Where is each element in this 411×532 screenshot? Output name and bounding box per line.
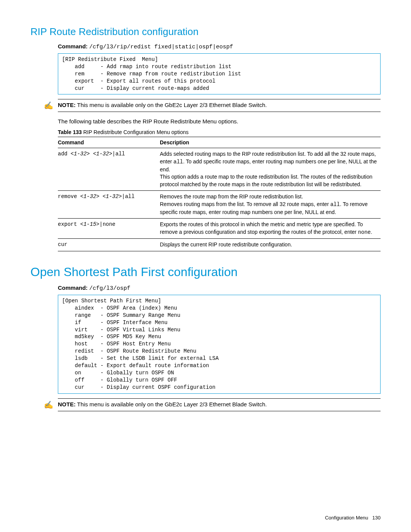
page-footer: Configuration Menu 130 <box>325 515 381 521</box>
note-content: NOTE: This menu is available only on the… <box>58 401 267 407</box>
rip-note: ✍ NOTE: This menu is available only on t… <box>58 99 381 112</box>
rip-options-table: Command Description add <1-32> <1-32>|al… <box>58 137 381 251</box>
desc-cell: Exports the routes of this protocol in w… <box>160 219 381 239</box>
note-text: This menu is available only on the GbE2c… <box>77 401 267 407</box>
cmd-cell: add <1-32> <1-32>|all <box>58 148 160 191</box>
command-label: Command: <box>58 43 88 50</box>
note-icon: ✍ <box>43 401 54 409</box>
note-text: This menu is available only on the GbE2c… <box>77 102 267 108</box>
rip-code-box: [RIP Redistribute Fixed Menu] add - Add … <box>58 53 381 94</box>
note-label: NOTE: <box>58 102 76 108</box>
rip-table-caption: Table 133 RIP Redistribute Configuration… <box>58 129 381 135</box>
cmd-cell: cur <box>58 239 160 251</box>
ospf-command-line: Command: /cfg/l3/ospf <box>58 284 381 292</box>
col-command: Command <box>58 137 160 148</box>
cmd-cell: remove <1-32> <1-32>|all <box>58 191 160 219</box>
table-row: export <1-15>|none Exports the routes of… <box>58 219 381 239</box>
command-label: Command: <box>58 284 88 291</box>
desc-cell: Removes the route map from the RIP route… <box>160 191 381 219</box>
rip-body-text: The following table describes the RIP Ro… <box>58 118 381 125</box>
ospf-note: ✍ NOTE: This menu is available only on t… <box>58 398 381 411</box>
note-label: NOTE: <box>58 401 76 407</box>
table-row: add <1-32> <1-32>|all Adds selected rout… <box>58 148 381 191</box>
footer-section: Configuration Menu <box>325 515 368 521</box>
cmd-cell: export <1-15>|none <box>58 219 160 239</box>
command-path: /cfg/l3/ospf <box>89 285 131 292</box>
note-content: NOTE: This menu is available only on the… <box>58 102 267 108</box>
col-description: Description <box>160 137 381 148</box>
table-header-row: Command Description <box>58 137 381 148</box>
table-caption-label: Table 133 <box>58 129 82 135</box>
table-row: cur Displays the current RIP route redis… <box>58 239 381 251</box>
table-caption-text: RIP Redistribute Configuration Menu opti… <box>83 129 189 135</box>
rip-command-line: Command: /cfg/l3/rip/redist fixed|static… <box>58 43 381 50</box>
table-row: remove <1-32> <1-32>|all Removes the rou… <box>58 191 381 219</box>
note-icon: ✍ <box>43 102 54 109</box>
ospf-code-box: [Open Shortest Path First Menu] aindex -… <box>58 295 381 394</box>
rip-heading: RIP Route Redistribution configuration <box>30 26 381 38</box>
desc-cell: Displays the current RIP route redistrib… <box>160 239 381 251</box>
footer-page: 130 <box>372 515 381 521</box>
ospf-heading: Open Shortest Path First configuration <box>30 265 381 279</box>
command-path: /cfg/l3/rip/redist fixed|static|ospf|eos… <box>89 44 233 50</box>
desc-cell: Adds selected routing maps to the RIP ro… <box>160 148 381 191</box>
